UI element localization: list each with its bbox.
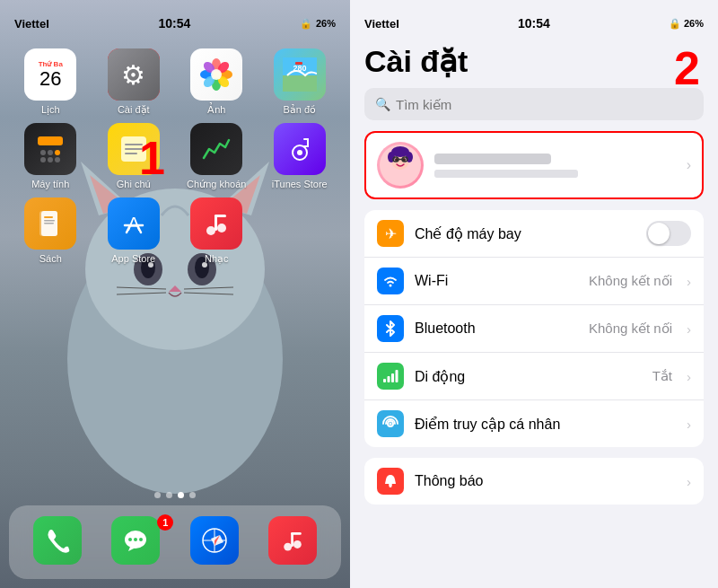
maps-icon: 280: [283, 57, 317, 92]
messages-dock-icon: [111, 516, 160, 565]
svg-text:A: A: [127, 213, 140, 235]
app-calculator[interactable]: Máy tính: [18, 123, 83, 190]
mobile-row[interactable]: Di động Tắt ›: [364, 353, 704, 400]
music-icon: [200, 207, 232, 240]
battery-right: 26%: [684, 18, 704, 29]
wifi-chevron: ›: [687, 274, 691, 289]
app-settings[interactable]: ⚙ Cài đặt: [101, 48, 166, 116]
books-app-icon: [24, 197, 76, 250]
messages-badge: 1: [157, 514, 173, 531]
svg-point-59: [128, 538, 132, 541]
airplane-toggle[interactable]: [646, 221, 691, 246]
right-status-icons: 🔒 26%: [300, 18, 336, 30]
app-appstore[interactable]: A App Store: [101, 197, 166, 265]
svg-point-54: [217, 224, 226, 233]
photos-label: Ảnh: [207, 104, 225, 116]
dock-messages[interactable]: 1: [103, 516, 168, 568]
svg-rect-46: [303, 145, 309, 147]
app-stocks[interactable]: Chứng khoán: [184, 123, 249, 190]
notifications-chevron: ›: [687, 474, 691, 489]
safari-dock-icon: [190, 516, 239, 565]
svg-rect-83: [388, 376, 390, 382]
app-empty: [267, 197, 332, 265]
appstore-label: App Store: [111, 253, 155, 264]
itunes-icon: [284, 133, 316, 165]
svg-point-87: [390, 423, 392, 426]
profile-row[interactable]: ›: [364, 131, 704, 199]
time-right: 10:54: [518, 16, 550, 31]
phone-dock-icon: [33, 516, 82, 565]
calendar-label: Lịch: [41, 104, 60, 116]
svg-point-36: [48, 157, 53, 162]
empty-slot: [274, 197, 326, 250]
svg-point-81: [390, 285, 392, 287]
dock-safari[interactable]: [182, 516, 247, 568]
airplane-mode-row[interactable]: ✈ Chế độ máy bay: [364, 210, 704, 258]
page-dots: [0, 492, 350, 498]
wifi-row[interactable]: Wi-Fi Không kết nối ›: [364, 258, 704, 305]
svg-rect-49: [44, 216, 53, 218]
dot-1: [154, 492, 161, 498]
svg-point-37: [55, 157, 60, 162]
dock-music[interactable]: [260, 516, 325, 568]
calculator-app-icon: [24, 123, 76, 175]
bluetooth-row[interactable]: Bluetooth Không kết nối ›: [364, 305, 704, 353]
stocks-app-icon: [190, 123, 242, 175]
search-bar[interactable]: 🔍: [364, 88, 704, 120]
itunes-app-icon: [274, 123, 326, 175]
app-row-3: Sách A App Store: [9, 197, 341, 265]
app-row-1: Thứ Ba 26 Lịch ⚙ Cài đặt: [9, 48, 341, 116]
carrier-right: Viettel: [364, 17, 399, 31]
bluetooth-chevron: ›: [687, 321, 691, 337]
notifications-row[interactable]: Thông báo ›: [364, 458, 704, 505]
mobile-chevron: ›: [687, 369, 691, 384]
right-settings-screen: Viettel 10:54 🔒 26% Cài đặt 2 🔍: [350, 0, 718, 588]
profile-chevron: ›: [687, 157, 691, 173]
svg-rect-56: [215, 215, 226, 217]
hotspot-row[interactable]: Điểm truy cập cá nhân ›: [364, 400, 704, 447]
svg-rect-28: [283, 75, 317, 92]
wifi-svg: [382, 273, 398, 289]
app-photos[interactable]: Ảnh: [184, 48, 249, 116]
settings-label-text: Cài đặt: [118, 104, 150, 116]
settings-group-1: ✈ Chế độ máy bay Wi-Fi Không kết nối ›: [364, 210, 704, 447]
music-app-icon: [190, 197, 242, 250]
mobile-label: Di động: [415, 368, 642, 385]
time-left: 10:54: [158, 16, 190, 31]
svg-point-43: [297, 150, 302, 155]
dock: 1: [9, 505, 341, 579]
bluetooth-icon: [377, 315, 404, 342]
right-status-icons: 🔒 26%: [669, 18, 704, 30]
app-calendar[interactable]: Thứ Ba 26 Lịch: [18, 48, 83, 116]
battery-left: 26%: [316, 18, 336, 29]
bluetooth-value: Không kết nối: [589, 320, 672, 337]
dot-4: [189, 492, 196, 498]
profile-name-blur: [434, 154, 551, 164]
photos-app-icon: [190, 48, 242, 101]
maps-label: Bản đồ: [283, 104, 316, 116]
profile-info: [434, 154, 676, 178]
app-maps[interactable]: 280 Bản đồ: [267, 48, 332, 116]
svg-point-61: [139, 538, 143, 541]
calculator-icon: [34, 133, 66, 165]
dock-phone[interactable]: [25, 516, 90, 568]
app-row-2: Máy tính Ghi chú: [9, 123, 341, 190]
app-music[interactable]: Nhạc: [184, 197, 249, 265]
svg-point-68: [293, 540, 302, 549]
notifications-label: Thông báo: [415, 473, 676, 489]
app-books[interactable]: Sách: [18, 197, 83, 265]
music-dock-icon: [268, 516, 317, 565]
svg-point-89: [390, 485, 392, 487]
settings-app-icon: ⚙: [108, 48, 160, 101]
app-itunes[interactable]: iTunes Store: [267, 123, 332, 190]
svg-point-35: [40, 157, 46, 162]
svg-rect-51: [44, 223, 54, 224]
messages-icon: [121, 526, 150, 555]
bluetooth-label: Bluetooth: [415, 320, 578, 337]
search-input[interactable]: [396, 97, 693, 112]
lock-icon-right: 🔒: [669, 18, 681, 30]
signal-svg: [382, 368, 398, 384]
notifications-icon: [377, 468, 404, 495]
status-bar-right: Viettel 10:54 🔒 26%: [350, 0, 718, 39]
selected-border: [108, 48, 160, 101]
